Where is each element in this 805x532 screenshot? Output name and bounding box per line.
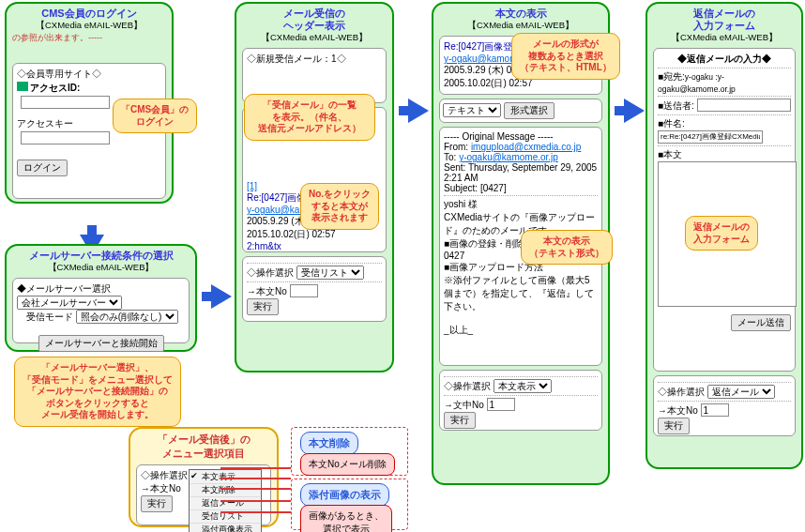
accesskey-input[interactable] (21, 131, 110, 144)
bodyno-label: →文中No (444, 400, 484, 410)
menu-item[interactable]: 本文削除 (190, 484, 260, 497)
brand-label: 【CXMedia eMAIL-WEB】 (242, 32, 387, 44)
brand-label: 【CXMedia eMAIL-WEB】 (12, 20, 166, 32)
callout-mailserver: 「メールサーバー選択」、 「受信モード」をメニュー選択して 「メールサーバーと接… (14, 357, 181, 427)
mail-attach: 2:hm&tx (247, 241, 281, 251)
exec-button[interactable]: 実行 (444, 412, 476, 429)
exec-button[interactable]: 実行 (141, 495, 173, 512)
panel-mailserver: メールサーバー接続条件の選択 【CXMedia eMAIL-WEB】 ◆メールサ… (5, 244, 197, 352)
ms-label: ◆メールサーバー選択 (17, 283, 111, 294)
sender-label: ■送信者: (658, 100, 694, 111)
orig-head: ----- Original Message ----- (444, 131, 598, 142)
op-box: ◇操作選択 受信リスト →本文No 実行 (242, 256, 387, 322)
subj-label: ■件名: (658, 118, 685, 129)
connector-line (220, 500, 291, 502)
op-label: ◇操作選択 (444, 381, 491, 391)
exec-button[interactable]: 実行 (247, 298, 279, 315)
send-button[interactable]: メール送信 (731, 314, 791, 331)
bodyno-label: →本文No (247, 286, 287, 296)
callout-reply: 返信メールの 入力フォーム (685, 216, 758, 251)
panel-login-title: CMS会員のログイン (12, 8, 166, 20)
panel-body-title: 本文の表示 (439, 8, 602, 20)
op-label: ◇操作選択 (141, 470, 188, 480)
connector-line (220, 467, 291, 469)
panel-menu-title: 「メール受信後」の メニュー選択項目 (136, 433, 271, 461)
connector-line (220, 488, 291, 490)
arrow-right-icon (624, 99, 645, 123)
op-select[interactable]: 本文表示 (494, 379, 552, 393)
mail-date2: 2015.10.02(日) 02:57 (247, 229, 336, 239)
bodyno-input[interactable] (487, 398, 515, 411)
mail-date1: 2005.9.29 (木) 02: (444, 65, 520, 75)
callout-login: 「CMS会員」の ログイン (113, 99, 197, 133)
callout-recv-list: 「受信メール」の一覧 を表示。（件名、 送信元メールアドレス） (244, 94, 375, 141)
callout-click-no: No.をクリック すると本文が 表示されます (300, 183, 379, 230)
op-label: ◇操作選択 (247, 267, 294, 278)
body-label: ■本文 (658, 149, 682, 160)
accessid-input[interactable] (21, 96, 110, 109)
mode-label: 受信モード (26, 312, 73, 322)
op-select[interactable]: 受信リスト (296, 266, 364, 280)
to-label: ■宛先: (658, 71, 685, 82)
sent-line: Sent: Thursday, September 29, 2005 2:21 … (444, 162, 598, 183)
menu-item[interactable]: 添付画像表示 (190, 524, 260, 532)
accessid-label: アクセスID: (30, 83, 80, 93)
body-line: ※添付ファイルとして画像（最大5個まで）を指定して、『返信』して下さい。 (444, 274, 598, 313)
body-line: yoshi 様 (444, 198, 598, 211)
panel-mailserver-title: メールサーバー接続条件の選択 (12, 250, 190, 262)
brand-label: 【CXMedia eMAIL-WEB】 (653, 32, 796, 44)
heading-delete: 本文削除 (300, 432, 358, 455)
bodyno-input[interactable] (701, 403, 729, 417)
mailserver-box: ◆メールサーバー選択 会社メールサーバー 受信モード 照会のみ(削除なし) メー… (12, 278, 190, 343)
callout-body-text: 本文の表示 （テキスト形式） (521, 230, 613, 265)
mail-subject: Re:[0427]画像登録 (444, 41, 522, 52)
reply-head: ◆返信メールの入力◆ (658, 53, 791, 66)
fmt-box: テキスト 形式選択 (439, 99, 602, 123)
brand-label: 【CXMedia eMAIL-WEB】 (12, 262, 190, 274)
connector-line (220, 478, 291, 479)
subject-input[interactable] (658, 130, 763, 144)
subj-line: Subject: [0427] (444, 183, 598, 193)
sender-input[interactable] (697, 99, 791, 112)
brand-label: 【CXMedia eMAIL-WEB】 (439, 20, 602, 32)
exec-button[interactable]: 実行 (658, 418, 690, 434)
op-box: ◇操作選択 返信メール →本文No 実行 (653, 375, 796, 436)
op-select[interactable]: 返信メール (707, 385, 775, 399)
login-button[interactable]: ログイン (17, 160, 68, 176)
reply-box: ◆返信メールの入力◆ ■宛先:y-ogaku :y-ogaku@kamome.o… (653, 48, 796, 372)
arrow-right-icon (211, 284, 232, 309)
bodyno-input[interactable] (290, 284, 318, 297)
op-label: ◇操作選択 (658, 387, 705, 397)
connector-line (220, 511, 291, 513)
heading-image: 添付画像の表示 (300, 483, 389, 507)
menu-op-box: ◇操作選択 本文表示 本文削除 返信メール 受信リスト 添付画像表示 メール受信… (136, 464, 271, 525)
mail-date2: 2005.10.02(日) 02:57 (444, 78, 533, 88)
panel-reply-title: 返信メールの 入力フォーム (653, 8, 796, 32)
body-line: _以上_ (444, 324, 598, 337)
callout-image: 画像があるとき、 選択で表示 (300, 505, 392, 532)
op-box: ◇操作選択 本文表示 →文中No 実行 (439, 370, 602, 431)
to-link[interactable]: y-ogaku@kamome.or.jp (459, 152, 558, 162)
newmail-label: ◇新規受信メール：1◇ (247, 53, 382, 66)
panel-headers-title: メール受信の ヘッダー表示 (242, 8, 387, 32)
arrow-right-icon (408, 99, 429, 123)
from-link[interactable]: imgupload@cxmedia.co.jp (471, 142, 581, 152)
callout-format: メールの形式が 複数あるとき選択 （テキスト、HTML） (511, 33, 620, 80)
mode-select[interactable]: 照会のみ(削除なし) (76, 310, 178, 324)
callout-delete: 本文Noメール削除 (300, 453, 395, 476)
from-l: From: (444, 142, 468, 152)
format-select[interactable]: テキスト (443, 103, 501, 117)
login-note: の参照が出来ます。----- (12, 32, 166, 44)
format-button[interactable]: 形式選択 (504, 102, 554, 119)
to-l: To: (444, 152, 456, 162)
site-label: ◇会員専用サイト◇ (17, 68, 161, 81)
connect-button[interactable]: メールサーバーと接続開始 (38, 335, 164, 352)
bodyno-label: →本文No (658, 405, 698, 416)
bodyno-label: →本文No (141, 483, 181, 494)
logo-icon (17, 82, 28, 91)
mailserver-select[interactable]: 会社メールサーバー (17, 296, 122, 310)
mail-index-link[interactable]: [1] (247, 181, 257, 191)
